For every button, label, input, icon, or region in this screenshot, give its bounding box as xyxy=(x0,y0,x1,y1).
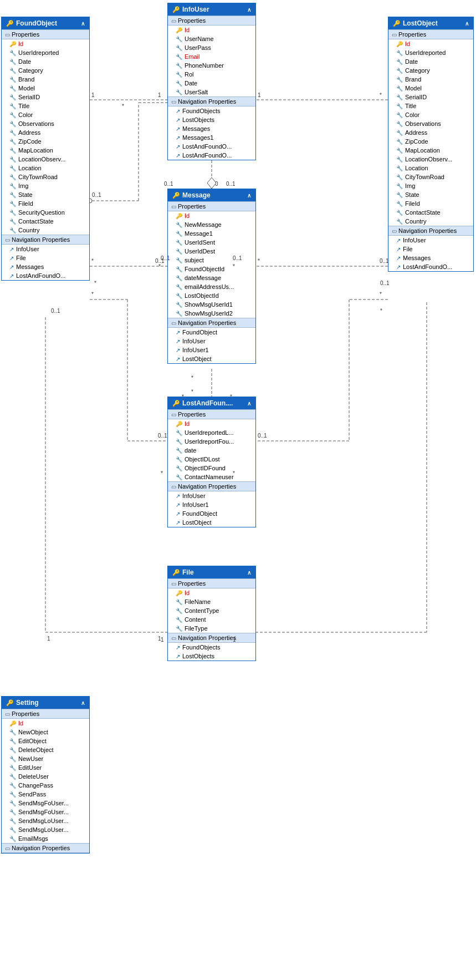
fo-prop-category: 🔧 Category xyxy=(2,66,89,75)
fo-prop-observations: 🔧 Observations xyxy=(2,119,89,128)
lo-prop-observations: 🔧 Observations xyxy=(388,119,473,128)
info-user-icon: 🔑 xyxy=(172,6,180,13)
lost-object-props-header[interactable]: ▭ Properties xyxy=(388,29,473,39)
svg-text:1: 1 xyxy=(258,92,261,98)
message-expand[interactable]: ∧ xyxy=(247,192,251,199)
svg-text:1: 1 xyxy=(47,636,50,642)
message-header[interactable]: 🔑 Message ∧ xyxy=(168,189,255,201)
lo-prop-locationobserv: 🔧 LocationObserv... xyxy=(388,155,473,164)
found-object-expand[interactable]: ∧ xyxy=(81,21,85,27)
msg-prop-showmsguserid1: 🔧 ShowMsgUserId1 xyxy=(168,300,255,309)
lo-nav-infouser: ↗ InfoUser xyxy=(388,236,473,245)
svg-text:1: 1 xyxy=(91,92,95,98)
lo-mult-01: 0..1 xyxy=(380,280,390,286)
lo-prop-category: 🔧 Category xyxy=(388,66,473,75)
lo-prop-title: 🔧 Title xyxy=(388,101,473,110)
laf-nav-header[interactable]: ▭ Navigation Properties xyxy=(168,481,255,491)
lo-nav-file: ↗ File xyxy=(388,245,473,253)
set-prop-newuser: 🔧 NewUser xyxy=(2,754,89,763)
setting-nav-header[interactable]: ▭ Navigation Properties xyxy=(2,843,89,853)
info-user-props-header[interactable]: ▭ Properties xyxy=(168,16,255,26)
file-prop-filetype: 🔧 FileType xyxy=(168,624,255,633)
message-nav-label: Navigation Properties xyxy=(178,319,236,326)
set-prop-id: 🔑 Id xyxy=(2,719,89,728)
file-prop-content: 🔧 Content xyxy=(168,615,255,624)
fo-prop-locationobserv: 🔧 LocationObserv... xyxy=(2,155,89,164)
fo-prop-brand: 🔧 Brand xyxy=(2,75,89,84)
fo-prop-title: 🔧 Title xyxy=(2,101,89,110)
info-user-header[interactable]: 🔑 InfoUser ∧ xyxy=(168,3,255,16)
lost-object-nav-header[interactable]: ▭ Navigation Properties xyxy=(388,226,473,236)
iu-prop-date: 🔧 Date xyxy=(168,79,255,88)
fo-nav-messages: ↗ Messages xyxy=(2,262,89,271)
setting-title: Setting xyxy=(16,699,39,707)
found-object-nav-header[interactable]: ▭ Navigation Properties xyxy=(2,235,89,245)
lost-object-nav-label: Navigation Properties xyxy=(398,227,457,234)
fo-mult-01: 0..1 xyxy=(51,308,60,314)
msg-prop-useridsent: 🔧 UserIdSent xyxy=(168,238,255,247)
svg-text:*: * xyxy=(191,375,193,381)
file-entity: 🔑 File ∧ ▭ Properties 🔑 Id 🔧 FileName 🔧 … xyxy=(167,566,256,661)
lost-object-props-label: Properties xyxy=(398,31,426,38)
laf-icon: 🔑 xyxy=(172,400,180,407)
lo-prop-maplocation: 🔧 MapLocation xyxy=(388,146,473,155)
laf-prop-objectidfound: 🔧 ObjectIDFound xyxy=(168,464,255,473)
msg-nav-lostobject: ↗ LostObject xyxy=(168,354,255,363)
iu-nav-lafo2: ↗ LostAndFoundO... xyxy=(168,151,255,160)
lo-nav-messages: ↗ Messages xyxy=(388,253,473,262)
laf-nav-lostobject: ↗ LostObject xyxy=(168,518,255,527)
lo-prop-state: 🔧 State xyxy=(388,190,473,199)
setting-header[interactable]: 🔑 Setting ∧ xyxy=(2,697,89,709)
msg-prop-newmessage: 🔧 NewMessage xyxy=(168,220,255,229)
laf-header[interactable]: 🔑 LostAndFoun.... ∧ xyxy=(168,397,255,409)
msg-prop-subject: 🔧 subject xyxy=(168,256,255,265)
lo-prop-zipcode: 🔧 ZipCode xyxy=(388,137,473,146)
message-props-header[interactable]: ▭ Properties xyxy=(168,201,255,211)
found-object-title: FoundObject xyxy=(16,19,57,27)
msg-nav-foundobject: ↗ FoundObject xyxy=(168,328,255,337)
lost-object-icon: 🔑 xyxy=(393,20,401,27)
message-title: Message xyxy=(182,191,211,199)
setting-nav-label: Navigation Properties xyxy=(12,845,70,851)
file-prop-id: 🔑 Id xyxy=(168,588,255,597)
setting-props-header[interactable]: ▭ Properties xyxy=(2,709,89,719)
info-user-nav-header[interactable]: ▭ Navigation Properties xyxy=(168,97,255,106)
message-nav-header[interactable]: ▭ Navigation Properties xyxy=(168,318,255,328)
iu-prop-id: 🔑 Id xyxy=(168,26,255,34)
laf-prop-objectidlost: 🔧 ObjectIDLost xyxy=(168,455,255,464)
found-object-props-header[interactable]: ▭ Properties xyxy=(2,29,89,39)
lo-prop-color: 🔧 Color xyxy=(388,110,473,119)
laf-prop-contactnameuser: 🔧 ContactNameuser xyxy=(168,473,255,481)
file-nav-header[interactable]: ▭ Navigation Properties xyxy=(168,633,255,643)
info-user-expand[interactable]: ∧ xyxy=(247,7,251,13)
laf-nav-foundobject: ↗ FoundObject xyxy=(168,509,255,518)
set-prop-sendmsgfouser2: 🔧 SendMsgFoUser... xyxy=(2,808,89,816)
file-header[interactable]: 🔑 File ∧ xyxy=(168,566,255,578)
fo-prop-date: 🔧 Date xyxy=(2,57,89,66)
svg-text:*: * xyxy=(380,92,382,98)
lost-object-expand[interactable]: ∧ xyxy=(465,21,469,27)
file-props-header[interactable]: ▭ Properties xyxy=(168,578,255,588)
fo-prop-model: 🔧 Model xyxy=(2,84,89,93)
lo-prop-useridreported: 🔧 UserIdreported xyxy=(388,48,473,57)
svg-text:*: * xyxy=(122,103,124,109)
fo-prop-zipcode: 🔧 ZipCode xyxy=(2,137,89,146)
found-object-entity: 🔑 FoundObject ∧ ▭ Properties 🔑 Id 🔧 User… xyxy=(1,17,90,281)
lo-prop-img: 🔧 Img xyxy=(388,181,473,190)
fo-nav-file: ↗ File xyxy=(2,253,89,262)
laf-props-header[interactable]: ▭ Properties xyxy=(168,409,255,419)
lo-prop-date: 🔧 Date xyxy=(388,57,473,66)
lost-object-header[interactable]: 🔑 LostObject ∧ xyxy=(388,17,473,29)
setting-expand[interactable]: ∧ xyxy=(81,700,85,706)
lo-prop-citytownroad: 🔧 CityTownRoad xyxy=(388,172,473,181)
svg-text:0..1: 0..1 xyxy=(158,433,167,439)
fo-prop-location: 🔧 Location xyxy=(2,164,89,172)
found-object-header[interactable]: 🔑 FoundObject ∧ xyxy=(2,17,89,29)
iu-nav-lafo1: ↗ LostAndFoundO... xyxy=(168,142,255,151)
iu-prop-rol: 🔧 Rol xyxy=(168,70,255,79)
file-expand[interactable]: ∧ xyxy=(247,570,251,576)
laf-expand[interactable]: ∧ xyxy=(247,400,251,407)
iu-mult-01: 0..1 xyxy=(164,181,173,187)
laf-prop-id: 🔑 Id xyxy=(168,419,255,428)
fo-prop-securityquestion: 🔧 SecurityQuestion xyxy=(2,208,89,217)
